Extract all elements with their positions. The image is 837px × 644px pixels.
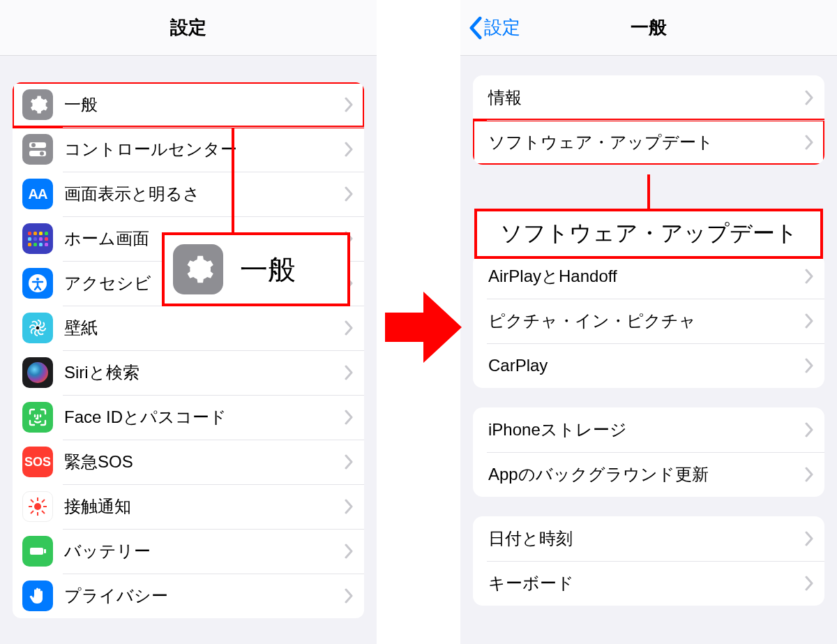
row-siri[interactable]: Siriと検索: [13, 350, 364, 395]
arrow-right-icon: [385, 292, 462, 363]
back-label: 設定: [484, 15, 520, 40]
row-label: iPhoneストレージ: [488, 419, 805, 441]
row-about[interactable]: 情報: [473, 75, 824, 120]
svg-rect-17: [44, 549, 46, 553]
chevron-left-icon: [469, 16, 483, 40]
svg-line-15: [31, 511, 33, 514]
chevron-right-icon: [345, 499, 353, 514]
chevron-right-icon: [345, 186, 353, 202]
row-label: ピクチャ・イン・ピクチャ: [488, 310, 805, 332]
row-pip[interactable]: ピクチャ・イン・ピクチャ: [473, 299, 824, 343]
row-label: 日付と時刻: [488, 527, 805, 550]
general-group-1: 情報 ソフトウェア・アップデート: [473, 75, 824, 165]
row-keyboard[interactable]: キーボード: [473, 561, 824, 606]
header-title-left: 設定: [170, 15, 206, 40]
chevron-right-icon: [345, 544, 353, 559]
row-label: 緊急SOS: [64, 451, 345, 473]
general-pane: 設定 一般 情報 ソフトウェア・アップデート AirPlayとHandoff ピ…: [460, 0, 837, 644]
svg-line-13: [42, 511, 45, 514]
row-label: プライバシー: [64, 585, 345, 607]
chevron-right-icon: [345, 142, 353, 157]
row-label: AirPlayとHandoff: [488, 265, 805, 287]
toggles-icon: [22, 134, 53, 165]
row-label: Face IDとパスコード: [64, 406, 345, 428]
callout-software-update: ソフトウェア・アップデート: [474, 209, 823, 259]
chevron-right-icon: [805, 467, 813, 482]
text-size-icon: AA: [22, 179, 53, 209]
back-button[interactable]: 設定: [469, 0, 520, 55]
settings-group: 一般 コントロールセンター AA 画面表示と明るさ ホーム画面: [13, 82, 364, 618]
chevron-right-icon: [345, 97, 353, 112]
chevron-right-icon: [345, 320, 353, 336]
general-group-3: iPhoneストレージ Appのバックグラウンド更新: [473, 407, 824, 497]
app-grid-icon: [22, 223, 53, 254]
row-airplay[interactable]: AirPlayとHandoff: [473, 254, 824, 299]
row-storage[interactable]: iPhoneストレージ: [473, 407, 824, 452]
header-title-right: 一般: [631, 15, 667, 40]
connector-line: [232, 128, 234, 234]
chevron-right-icon: [345, 454, 353, 470]
face-id-icon: [22, 402, 53, 433]
row-label: 接触通知: [64, 495, 345, 518]
svg-point-3: [40, 151, 44, 156]
row-label: キーボード: [488, 572, 805, 594]
battery-icon: [22, 536, 53, 567]
siri-icon: [22, 357, 53, 388]
row-general[interactable]: 一般: [13, 82, 364, 127]
chevron-right-icon: [805, 313, 813, 329]
flower-icon: [22, 313, 53, 343]
callout-general: 一般: [162, 232, 350, 306]
row-privacy[interactable]: プライバシー: [13, 574, 364, 618]
row-label: 情報: [488, 87, 805, 109]
chevron-right-icon: [345, 410, 353, 425]
row-label: 画面表示と明るさ: [64, 183, 345, 205]
chevron-right-icon: [805, 531, 813, 546]
row-label: Appのバックグラウンド更新: [488, 463, 805, 486]
row-wallpaper[interactable]: 壁紙: [13, 306, 364, 350]
svg-point-7: [34, 503, 41, 510]
callout-label: 一般: [240, 250, 296, 289]
chevron-right-icon: [805, 576, 813, 591]
accessibility-icon: [22, 268, 53, 299]
row-faceid[interactable]: Face IDとパスコード: [13, 395, 364, 440]
row-datetime[interactable]: 日付と時刻: [473, 516, 824, 561]
chevron-right-icon: [345, 588, 353, 604]
row-label: コントロールセンター: [64, 138, 345, 160]
row-label: バッテリー: [64, 540, 345, 562]
chevron-right-icon: [805, 422, 813, 437]
exposure-icon: [22, 491, 53, 522]
header-left: 設定: [0, 0, 377, 56]
row-display[interactable]: AA 画面表示と明るさ: [13, 172, 364, 216]
svg-line-14: [42, 500, 45, 502]
general-group-4: 日付と時刻 キーボード: [473, 516, 824, 606]
svg-rect-16: [30, 548, 43, 555]
sos-icon: SOS: [22, 447, 53, 477]
row-battery[interactable]: バッテリー: [13, 529, 364, 574]
settings-pane: 設定 一般 コントロールセンター AA 画面表示と明るさ ホーム画面: [0, 0, 377, 644]
row-label: 一般: [64, 93, 345, 116]
gear-icon: [22, 89, 53, 120]
row-bg-refresh[interactable]: Appのバックグラウンド更新: [473, 452, 824, 497]
row-control-center[interactable]: コントロールセンター: [13, 127, 364, 172]
header-right: 設定 一般: [460, 0, 837, 56]
row-software-update[interactable]: ソフトウェア・アップデート: [473, 120, 824, 165]
chevron-right-icon: [805, 358, 813, 373]
row-label: ソフトウェア・アップデート: [488, 131, 805, 153]
chevron-right-icon: [345, 365, 353, 380]
chevron-right-icon: [805, 90, 813, 105]
chevron-right-icon: [805, 135, 813, 150]
chevron-right-icon: [805, 269, 813, 284]
svg-line-12: [31, 500, 33, 502]
svg-point-1: [31, 143, 36, 147]
row-label: CarPlay: [488, 356, 805, 375]
row-label: 壁紙: [64, 317, 345, 339]
svg-point-5: [36, 278, 39, 280]
connector-line: [647, 174, 650, 211]
gear-icon: [173, 244, 223, 294]
row-exposure[interactable]: 接触通知: [13, 484, 364, 529]
row-sos[interactable]: SOS 緊急SOS: [13, 440, 364, 484]
row-label: Siriと検索: [64, 361, 345, 384]
row-carplay[interactable]: CarPlay: [473, 343, 824, 388]
general-group-2: AirPlayとHandoff ピクチャ・イン・ピクチャ CarPlay: [473, 254, 824, 388]
hand-icon: [22, 581, 53, 611]
